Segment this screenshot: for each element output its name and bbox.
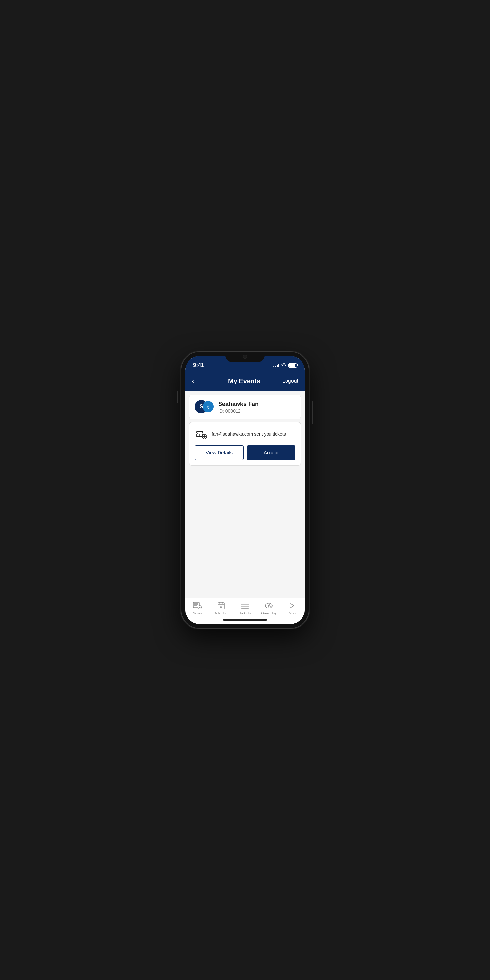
tab-tickets-label: Tickets	[239, 611, 251, 615]
more-icon	[288, 601, 297, 610]
tab-news[interactable]: News	[188, 601, 207, 615]
tab-schedule-label: Schedule	[214, 611, 229, 615]
tab-gameday-label: Gameday	[261, 611, 277, 615]
accept-button[interactable]: Accept	[247, 445, 295, 460]
front-camera	[243, 355, 247, 359]
user-card: S t Seahawks Fan ID: 000012	[189, 395, 301, 420]
svg-rect-16	[241, 603, 249, 608]
gameday-icon	[265, 601, 273, 610]
status-time: 9:41	[193, 362, 204, 369]
ticket-add-icon	[195, 428, 207, 440]
ticket-message: fan@seahawks.com sent you tickets	[212, 431, 286, 437]
page-title: My Events	[228, 377, 260, 385]
user-id: ID: 000012	[218, 408, 295, 414]
nav-header: ‹ My Events Logout	[185, 372, 305, 391]
status-icons	[274, 363, 297, 368]
tab-gameday[interactable]: Gameday	[259, 601, 278, 615]
schedule-icon: 31	[217, 601, 225, 610]
battery-fill	[290, 364, 295, 366]
tab-schedule[interactable]: 31 Schedule	[212, 601, 231, 615]
phone-screen: 9:41	[185, 356, 305, 624]
tab-tickets[interactable]: Tickets	[235, 601, 255, 615]
ticket-actions: View Details Accept	[195, 445, 295, 460]
content-area: S t Seahawks Fan ID: 000012	[185, 391, 305, 598]
wifi-icon	[281, 363, 286, 367]
ticket-icon	[195, 428, 208, 441]
tab-bar: News 31 Schedule	[185, 598, 305, 616]
tab-news-label: News	[193, 611, 202, 615]
home-indicator	[185, 616, 305, 624]
tab-more-label: More	[289, 611, 297, 615]
avatar-group: S t	[195, 400, 214, 414]
user-info: Seahawks Fan ID: 000012	[218, 401, 295, 414]
back-button[interactable]: ‹	[192, 376, 206, 385]
notch	[225, 352, 265, 362]
tab-more[interactable]: More	[283, 601, 302, 615]
avatar-t: t	[202, 401, 214, 412]
logout-button[interactable]: Logout	[282, 378, 298, 384]
ticket-card: fan@seahawks.com sent you tickets View D…	[189, 422, 301, 466]
content-spacer	[185, 468, 305, 598]
phone-frame: 9:41	[181, 352, 309, 628]
tickets-icon	[241, 601, 249, 610]
ticket-notification: fan@seahawks.com sent you tickets	[195, 428, 295, 441]
home-bar	[223, 619, 267, 620]
view-details-button[interactable]: View Details	[195, 445, 244, 460]
signal-icon	[274, 363, 279, 367]
svg-text:31: 31	[220, 606, 223, 608]
user-name: Seahawks Fan	[218, 401, 295, 408]
news-icon	[193, 601, 202, 610]
battery-icon	[288, 363, 297, 368]
